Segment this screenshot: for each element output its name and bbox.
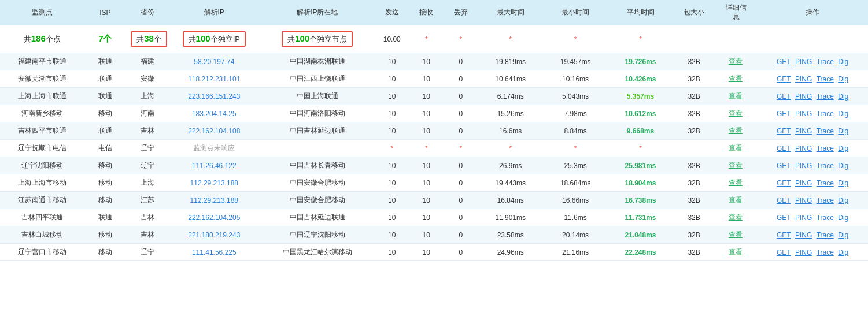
row-actions: GET PING Trace Dig xyxy=(757,244,868,261)
row-detail[interactable]: 查看 xyxy=(715,53,757,70)
action-trace[interactable]: Trace xyxy=(817,214,834,222)
header-ip: 解析IP xyxy=(168,0,260,25)
row-detail[interactable]: 查看 xyxy=(715,209,757,226)
action-ping[interactable]: PING xyxy=(795,75,812,83)
row-detail[interactable]: 查看 xyxy=(715,226,757,244)
action-get[interactable]: GET xyxy=(777,196,791,204)
action-dig[interactable]: Dig xyxy=(838,214,848,222)
row-drop: 0 xyxy=(444,209,478,226)
row-ip[interactable]: 111.26.46.122 xyxy=(168,157,260,174)
row-detail[interactable]: 查看 xyxy=(715,105,757,122)
action-get[interactable]: GET xyxy=(777,92,791,100)
row-detail[interactable]: 查看 xyxy=(715,244,757,261)
action-dig[interactable]: Dig xyxy=(838,110,848,118)
row-ip[interactable]: 112.29.213.188 xyxy=(168,174,260,192)
row-recv: 10 xyxy=(409,105,444,122)
action-ping[interactable]: PING xyxy=(795,179,812,187)
row-detail[interactable]: 查看 xyxy=(715,70,757,88)
row-province: 江苏 xyxy=(126,192,168,209)
action-dig[interactable]: Dig xyxy=(838,196,848,204)
action-ping[interactable]: PING xyxy=(795,162,812,170)
row-ip[interactable]: 222.162.104.205 xyxy=(168,209,260,226)
row-province: 安徽 xyxy=(126,70,168,88)
row-province: 上海 xyxy=(126,88,168,105)
row-detail[interactable]: 查看 xyxy=(715,140,757,157)
action-trace[interactable]: Trace xyxy=(817,248,834,256)
action-trace[interactable]: Trace xyxy=(817,196,834,204)
action-trace[interactable]: Trace xyxy=(817,231,834,239)
action-get[interactable]: GET xyxy=(777,75,791,83)
row-avgtime: 25.981ms xyxy=(608,157,673,174)
row-ip[interactable]: 223.166.151.243 xyxy=(168,88,260,105)
row-ip[interactable]: 222.162.104.108 xyxy=(168,122,260,140)
action-trace[interactable]: Trace xyxy=(817,162,834,170)
table-row: 吉林白城移动 移动 吉林 221.180.219.243 中国辽宁沈阳移动 10… xyxy=(0,226,868,244)
table-row: 安徽芜湖市联通 联通 安徽 118.212.231.101 中国江西上饶联通 1… xyxy=(0,70,868,88)
action-ping[interactable]: PING xyxy=(795,127,812,135)
action-dig[interactable]: Dig xyxy=(838,92,848,100)
action-get[interactable]: GET xyxy=(777,127,791,135)
action-dig[interactable]: Dig xyxy=(838,144,848,152)
row-ip[interactable]: 183.204.14.25 xyxy=(168,105,260,122)
row-mintime: 25.3ms xyxy=(543,157,608,174)
row-monitor: 辽宁抚顺市电信 xyxy=(0,140,84,157)
row-detail[interactable]: 查看 xyxy=(715,157,757,174)
action-dig[interactable]: Dig xyxy=(838,179,848,187)
action-dig[interactable]: Dig xyxy=(838,231,848,239)
action-get[interactable]: GET xyxy=(777,58,791,66)
row-send: 10 xyxy=(375,244,409,261)
row-province: 吉林 xyxy=(126,209,168,226)
action-ping[interactable]: PING xyxy=(795,92,812,100)
action-dig[interactable]: Dig xyxy=(838,162,848,170)
action-ping[interactable]: PING xyxy=(795,196,812,204)
action-trace[interactable]: Trace xyxy=(817,110,834,118)
table-row: 江苏南通市移动 移动 江苏 112.29.213.188 中国安徽合肥移动 10… xyxy=(0,192,868,209)
action-dig[interactable]: Dig xyxy=(838,127,848,135)
table-row: 上海上海市移动 移动 上海 112.29.213.188 中国安徽合肥移动 10… xyxy=(0,174,868,192)
action-ping[interactable]: PING xyxy=(795,110,812,118)
row-pkgsize: 32B xyxy=(673,209,715,226)
action-get[interactable]: GET xyxy=(777,162,791,170)
action-trace[interactable]: Trace xyxy=(817,92,834,100)
summary-row: 共186个点 7个 共38个 共100个独立IP 共1 xyxy=(0,25,868,53)
action-ping[interactable]: PING xyxy=(795,58,812,66)
row-actions: GET PING Trace Dig xyxy=(757,226,868,244)
row-ip[interactable]: 221.180.219.243 xyxy=(168,226,260,244)
action-get[interactable]: GET xyxy=(777,248,791,256)
row-detail[interactable]: 查看 xyxy=(715,174,757,192)
action-get[interactable]: GET xyxy=(777,110,791,118)
action-dig[interactable]: Dig xyxy=(838,75,848,83)
row-maxtime: 19.819ms xyxy=(478,53,542,70)
row-detail[interactable]: 查看 xyxy=(715,192,757,209)
row-send: 10 xyxy=(375,157,409,174)
action-get[interactable]: GET xyxy=(777,231,791,239)
row-ip[interactable]: 112.29.213.188 xyxy=(168,192,260,209)
action-trace[interactable]: Trace xyxy=(817,127,834,135)
row-detail[interactable]: 查看 xyxy=(715,122,757,140)
row-ip[interactable]: 118.212.231.101 xyxy=(168,70,260,88)
action-dig[interactable]: Dig xyxy=(838,58,848,66)
header-maxtime: 最大时间 xyxy=(478,0,542,25)
action-trace[interactable]: Trace xyxy=(817,58,834,66)
row-detail[interactable]: 查看 xyxy=(715,88,757,105)
row-province: 上海 xyxy=(126,174,168,192)
row-ip[interactable]: 58.20.197.74 xyxy=(168,53,260,70)
summary-pkgsize xyxy=(673,25,715,53)
row-ip[interactable]: 111.41.56.225 xyxy=(168,244,260,261)
table-row: 上海上海市联通 联通 上海 223.166.151.243 中国上海联通 10 … xyxy=(0,88,868,105)
action-ping[interactable]: PING xyxy=(795,248,812,256)
row-send: 10 xyxy=(375,105,409,122)
action-ping[interactable]: PING xyxy=(795,144,812,152)
action-ping[interactable]: PING xyxy=(795,214,812,222)
action-dig[interactable]: Dig xyxy=(838,248,848,256)
row-actions: GET PING Trace Dig xyxy=(757,105,868,122)
row-send: 10 xyxy=(375,70,409,88)
action-get[interactable]: GET xyxy=(777,179,791,187)
action-trace[interactable]: Trace xyxy=(817,75,834,83)
action-ping[interactable]: PING xyxy=(795,231,812,239)
header-detail: 详细信息 xyxy=(715,0,757,25)
action-get[interactable]: GET xyxy=(777,144,791,152)
action-trace[interactable]: Trace xyxy=(817,179,834,187)
action-get[interactable]: GET xyxy=(777,214,791,222)
action-trace[interactable]: Trace xyxy=(817,144,834,152)
